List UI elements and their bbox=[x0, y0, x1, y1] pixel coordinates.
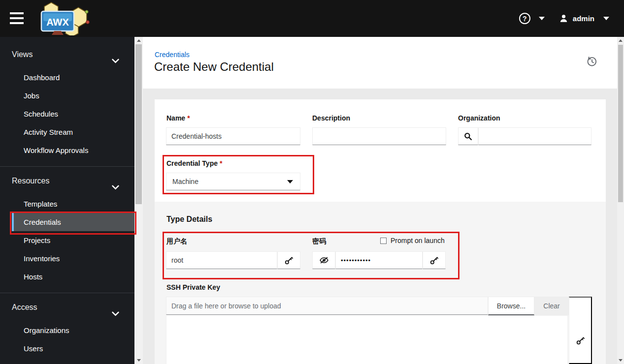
awx-logo-icon: AWX bbox=[33, 1, 90, 35]
type-details-section: Type Details 用户名 密码 Prompt on launch bbox=[155, 202, 606, 364]
scroll-up-icon[interactable] bbox=[134, 37, 143, 44]
key-icon bbox=[429, 256, 439, 265]
hamburger-menu-button[interactable] bbox=[10, 12, 25, 24]
password-visibility-toggle-button[interactable] bbox=[312, 251, 335, 269]
chevron-down-icon bbox=[112, 178, 119, 196]
scroll-up-icon[interactable] bbox=[617, 37, 624, 44]
type-details-heading: Type Details bbox=[166, 215, 212, 224]
user-icon bbox=[559, 14, 568, 23]
name-input[interactable] bbox=[166, 127, 300, 145]
prompt-on-launch-field: Prompt on launch bbox=[380, 237, 445, 244]
sidebar-item-dashboard[interactable]: Dashboard bbox=[0, 68, 134, 87]
sidebar-section-access[interactable]: Access bbox=[0, 298, 134, 316]
username-label: 用户名 bbox=[166, 237, 187, 246]
ssh-key-file-input[interactable] bbox=[166, 297, 488, 315]
key-icon bbox=[576, 336, 585, 345]
password-label: 密码 bbox=[312, 237, 326, 246]
page-title: Create New Credential bbox=[154, 60, 274, 74]
credential-type-label: Credential Type* bbox=[166, 159, 222, 167]
select-caret-down-icon bbox=[287, 180, 293, 183]
sidebar-item-activity-stream[interactable]: Activity Stream bbox=[0, 123, 134, 141]
scroll-down-icon[interactable] bbox=[617, 357, 624, 364]
chevron-down-icon bbox=[112, 304, 119, 323]
ssh-private-key-label: SSH Private Key bbox=[166, 283, 220, 291]
key-icon bbox=[284, 256, 294, 265]
prompt-on-launch-checkbox[interactable] bbox=[380, 238, 387, 244]
organization-label: Organization bbox=[458, 114, 500, 122]
sidebar-item-templates[interactable]: Templates bbox=[0, 195, 134, 213]
description-label: Description bbox=[312, 114, 350, 122]
help-caret-down-icon[interactable] bbox=[539, 17, 545, 20]
scroll-down-icon[interactable] bbox=[134, 357, 143, 364]
user-caret-down-icon[interactable] bbox=[603, 17, 609, 20]
hamburger-icon bbox=[10, 12, 24, 14]
username-input[interactable] bbox=[166, 251, 277, 269]
organization-search-button[interactable] bbox=[458, 127, 478, 145]
password-credential-lookup-button[interactable] bbox=[423, 251, 446, 269]
masthead-right: ? admin bbox=[519, 0, 609, 37]
credential-form-card: Name* Description Organization Credentia… bbox=[155, 99, 606, 202]
app-window: AWX ? admin Views Dashboard Jobs Sched bbox=[0, 0, 624, 364]
sidebar-item-organizations[interactable]: Organizations bbox=[0, 321, 134, 339]
username-label: admin bbox=[573, 14, 594, 23]
password-input[interactable] bbox=[335, 251, 423, 269]
prompt-on-launch-label: Prompt on launch bbox=[391, 237, 445, 244]
organization-input[interactable] bbox=[478, 127, 591, 145]
history-icon bbox=[586, 56, 598, 67]
sidebar-section-views[interactable]: Views bbox=[0, 45, 134, 63]
sidebar: Views Dashboard Jobs Schedules Activity … bbox=[0, 37, 134, 364]
sidebar-item-inventories[interactable]: Inventories bbox=[0, 249, 134, 268]
sidebar-divider bbox=[0, 166, 134, 167]
chevron-down-icon bbox=[112, 52, 119, 70]
page-scrollbar bbox=[617, 37, 624, 364]
description-input[interactable] bbox=[312, 127, 446, 145]
sidebar-item-hosts[interactable]: Hosts bbox=[0, 268, 134, 286]
sidebar-item-jobs[interactable]: Jobs bbox=[0, 87, 134, 105]
help-icon[interactable]: ? bbox=[519, 13, 530, 24]
sidebar-divider bbox=[0, 293, 134, 293]
eye-slash-icon bbox=[319, 255, 329, 265]
search-icon bbox=[464, 132, 472, 141]
credential-type-select[interactable]: Machine bbox=[166, 173, 300, 190]
page-scrollbar-thumb[interactable] bbox=[618, 45, 623, 202]
page-header: Credentials Create New Credential bbox=[143, 37, 617, 89]
name-label: Name* bbox=[166, 114, 190, 122]
clear-button[interactable]: Clear bbox=[534, 297, 569, 315]
credential-type-value: Machine bbox=[172, 178, 198, 185]
ssh-key-secret-toggle-button[interactable] bbox=[569, 297, 592, 364]
sidebar-item-schedules[interactable]: Schedules bbox=[0, 105, 134, 123]
username-credential-lookup-button[interactable] bbox=[277, 251, 300, 269]
sidebar-item-credentials[interactable]: Credentials bbox=[12, 213, 134, 231]
sidebar-section-resources[interactable]: Resources bbox=[0, 172, 134, 190]
awx-logo[interactable]: AWX bbox=[33, 1, 90, 35]
sidebar-scrollbar bbox=[134, 37, 143, 364]
ssh-key-textarea[interactable] bbox=[166, 315, 568, 364]
sidebar-scrollbar-thumb[interactable] bbox=[135, 44, 142, 204]
masthead: AWX ? admin bbox=[0, 0, 624, 37]
browse-button[interactable]: Browse... bbox=[488, 297, 534, 315]
svg-text:AWX: AWX bbox=[46, 17, 69, 28]
sidebar-item-projects[interactable]: Projects bbox=[0, 231, 134, 249]
breadcrumb[interactable]: Credentials bbox=[155, 51, 190, 59]
sidebar-item-workflow-approvals[interactable]: Workflow Approvals bbox=[0, 141, 134, 159]
sidebar-item-users[interactable]: Users bbox=[0, 339, 134, 358]
activity-history-button[interactable] bbox=[586, 56, 598, 68]
